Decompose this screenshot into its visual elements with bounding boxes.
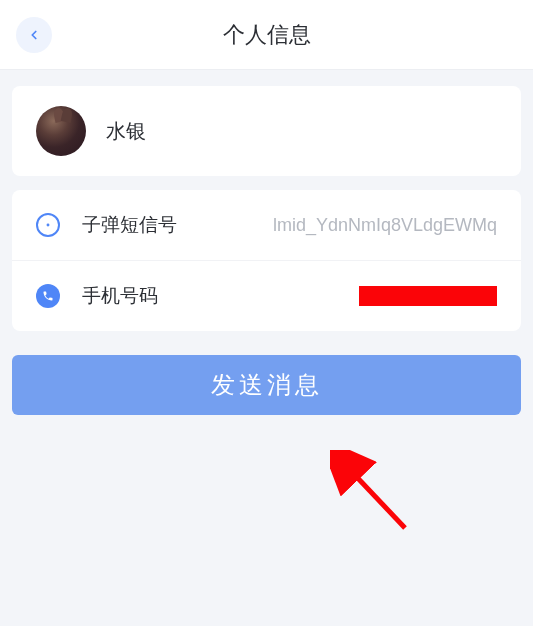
chevron-left-icon — [27, 28, 41, 42]
phone-label: 手机号码 — [82, 283, 158, 309]
sms-id-value: lmid_YdnNmIq8VLdgEWMq — [273, 215, 497, 236]
svg-point-0 — [47, 224, 49, 226]
page-title: 个人信息 — [223, 20, 311, 50]
avatar[interactable] — [36, 106, 86, 156]
profile-row: 水银 — [12, 86, 521, 176]
phone-value-redacted — [359, 286, 497, 306]
message-icon — [36, 213, 60, 237]
profile-name: 水银 — [106, 118, 146, 145]
sms-id-row[interactable]: 子弹短信号 lmid_YdnNmIq8VLdgEWMq — [12, 190, 521, 260]
back-button[interactable] — [16, 17, 52, 53]
send-message-button[interactable]: 发送消息 — [12, 355, 521, 415]
phone-row[interactable]: 手机号码 — [12, 260, 521, 331]
phone-icon — [36, 284, 60, 308]
sms-id-label: 子弹短信号 — [82, 212, 177, 238]
svg-line-2 — [352, 472, 405, 528]
profile-card[interactable]: 水银 — [12, 86, 521, 176]
header: 个人信息 — [0, 0, 533, 70]
arrow-annotation — [330, 450, 420, 540]
info-card: 子弹短信号 lmid_YdnNmIq8VLdgEWMq 手机号码 — [12, 190, 521, 331]
content-area: 水银 子弹短信号 lmid_YdnNmIq8VLdgEWMq 手机号码 — [0, 70, 533, 331]
